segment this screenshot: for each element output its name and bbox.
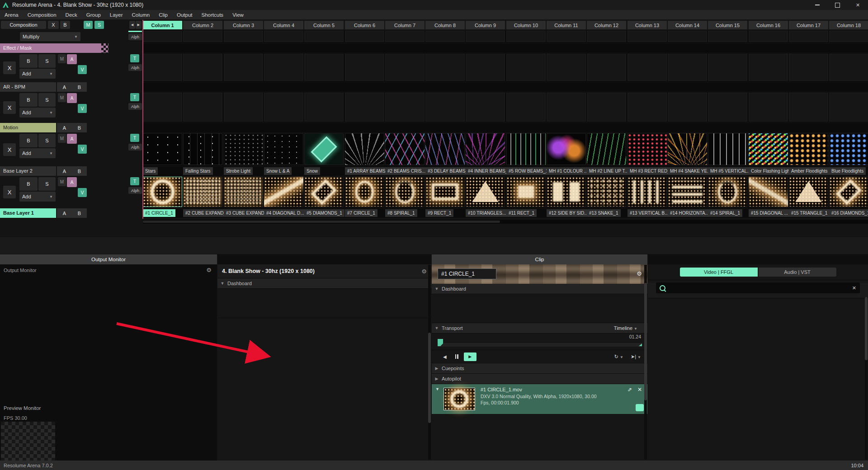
layer-crossfader-assign[interactable]: AB [57, 166, 87, 176]
menu-item-view[interactable]: View [232, 12, 244, 18]
clip-label[interactable]: #14 HORIZONTA... [668, 209, 711, 217]
column-header-12[interactable]: Column 12 [587, 21, 626, 29]
clip-cell-empty[interactable] [547, 31, 586, 42]
clip-label[interactable]: #7 CIRCLE_1 [345, 209, 377, 217]
layer-bypass-button[interactable]: B [19, 177, 38, 191]
clip-cell-stars[interactable] [143, 133, 182, 165]
clip-cell-empty[interactable] [183, 31, 222, 42]
clip-label[interactable]: MH #1 COLOUR ... [547, 167, 590, 175]
column-header-7[interactable]: Column 7 [385, 21, 425, 29]
layer-master-toggle[interactable]: M [58, 134, 66, 143]
column-header-9[interactable]: Column 9 [466, 21, 505, 29]
clip-label[interactable]: #11 RECT_1 [506, 209, 537, 217]
clip-cell-2-beams-cris[interactable] [385, 133, 425, 165]
clip-label[interactable]: #5 DIAMONDS_1 [304, 209, 344, 217]
layer-audio-toggle[interactable]: A [67, 134, 77, 144]
clip-cell-13-vertical-b[interactable] [627, 177, 667, 207]
layer-transition-toggle[interactable]: T [130, 177, 139, 185]
layer-solo-button[interactable]: S [38, 54, 56, 68]
layer-transition-toggle[interactable]: T [130, 93, 139, 101]
layer-name-bar-motion[interactable]: MotionAB [0, 123, 142, 132]
clip-label[interactable]: #4 INNER BEAMS_1 [466, 167, 513, 175]
skip-back-icon[interactable]: ◀ [129, 21, 135, 29]
clip-cell-empty[interactable] [708, 93, 747, 122]
clip-cell-empty[interactable] [425, 54, 465, 81]
previous-frame-button[interactable]: ◀ [440, 354, 450, 359]
assign-b[interactable]: B [78, 85, 81, 90]
clip-cell-empty[interactable] [668, 93, 707, 122]
maximize-button[interactable] [827, 0, 848, 10]
clip-cell-empty[interactable] [183, 93, 222, 122]
layer-audio-toggle[interactable]: A [67, 54, 77, 64]
clip-cell-empty[interactable] [506, 31, 546, 42]
column-header-13[interactable]: Column 13 [627, 21, 667, 29]
clip-panel-scrollbar[interactable] [644, 265, 647, 460]
column-header-18[interactable]: Column 18 [829, 21, 868, 29]
video-ffgl-toggle[interactable]: Video | FFGL [680, 268, 758, 277]
clip-cell-empty[interactable] [425, 93, 465, 122]
assign-b[interactable]: B [78, 125, 81, 131]
assign-a[interactable]: A [63, 85, 66, 90]
composition-panel-scrollbar[interactable] [428, 265, 431, 460]
clip-cell-empty[interactable] [425, 31, 465, 42]
composition-skip-buttons[interactable]: ◀▶ [129, 21, 142, 29]
clip-cell-empty[interactable] [789, 93, 828, 122]
clip-cell-empty[interactable] [143, 31, 182, 42]
clip-cell-empty[interactable] [547, 93, 586, 122]
clip-cell-1-array-beams-1[interactable] [345, 133, 384, 165]
clip-label[interactable]: MH #2 LINE UP T... [587, 167, 631, 175]
clip-cell-empty[interactable] [668, 31, 707, 42]
layer-alpha-button[interactable]: Alph [128, 33, 142, 40]
clip-cell-12-side-by-sid[interactable] [547, 177, 586, 207]
layer-master-toggle[interactable]: M [58, 177, 66, 186]
composition-bypass-button[interactable]: B [60, 21, 70, 29]
clip-source-row[interactable]: ▼ #1 CIRCLE_1.mov DXV 3.0 Normal Quality… [432, 384, 647, 414]
clip-gear-icon[interactable]: ⚙ [637, 270, 642, 277]
clip-label[interactable]: Amber Floodlights [789, 167, 830, 175]
rgba-channel-toggles[interactable] [636, 404, 644, 411]
clip-label[interactable]: Snow [304, 167, 320, 175]
clip-label[interactable]: #15 TRIANGLE_1 [789, 209, 830, 217]
layer-crossfader-assign[interactable]: AB [57, 123, 87, 132]
clip-label[interactable]: #5 ROW BEAMS_1 [506, 167, 550, 175]
layer-blend-dropdown[interactable]: Add▼ [19, 148, 56, 158]
layer-blend-dropdown[interactable]: Add▼ [19, 108, 56, 118]
expand-icon[interactable]: ⇗ [627, 386, 632, 393]
clip-cell-9-rect-1[interactable] [425, 177, 465, 207]
layer-close-button[interactable]: X [3, 61, 16, 74]
clip-cell-empty[interactable] [506, 93, 546, 122]
assign-b[interactable]: B [78, 169, 81, 174]
clip-cell-amber-floodlights[interactable] [789, 133, 828, 165]
clip-cell-mh-4-snake-ye[interactable] [668, 133, 707, 165]
layer-master-toggle[interactable]: M [58, 54, 66, 63]
layer-name-bar-base-layer-2[interactable]: Base Layer 2AB [0, 166, 142, 176]
clip-cell-empty[interactable] [385, 31, 425, 42]
layer-video-toggle[interactable]: V [78, 65, 87, 74]
tab-clip[interactable]: Clip [432, 254, 647, 264]
layer-close-button[interactable]: X [3, 186, 16, 198]
column-header-2[interactable]: Column 2 [183, 21, 222, 29]
clip-name-field[interactable]: #1 CIRCLE_1 [438, 268, 496, 279]
clip-cell-empty[interactable] [304, 93, 344, 122]
clip-cell-empty[interactable] [789, 31, 828, 42]
clip-cell-empty[interactable] [829, 54, 868, 81]
clip-cell-empty[interactable] [466, 93, 505, 122]
composition-solo-toggle[interactable]: S [94, 21, 104, 29]
layer-name-bar-effect-mask[interactable]: Effect / Mask [0, 43, 142, 53]
layer-alpha-button[interactable]: Alph [128, 144, 142, 150]
clip-cell-empty[interactable] [749, 93, 788, 122]
play-direction-button[interactable]: ➤| ▼ [631, 354, 641, 360]
assign-a[interactable]: A [63, 169, 66, 174]
column-header-8[interactable]: Column 8 [425, 21, 465, 29]
clip-cell-empty[interactable] [143, 93, 182, 122]
layer-audio-toggle[interactable]: A [67, 177, 77, 187]
clip-label[interactable]: #10 TRIANGLES... [466, 209, 508, 217]
layer-video-toggle[interactable]: V [78, 104, 87, 113]
clip-cell-empty[interactable] [829, 31, 868, 42]
column-header-14[interactable]: Column 14 [668, 21, 707, 29]
close-button[interactable]: ✕ [848, 0, 868, 10]
clip-label[interactable]: Snow L & A [264, 167, 292, 175]
clip-cell-empty[interactable] [264, 93, 303, 122]
clip-cell-empty[interactable] [345, 93, 384, 122]
clip-cell-snow[interactable] [304, 133, 344, 165]
